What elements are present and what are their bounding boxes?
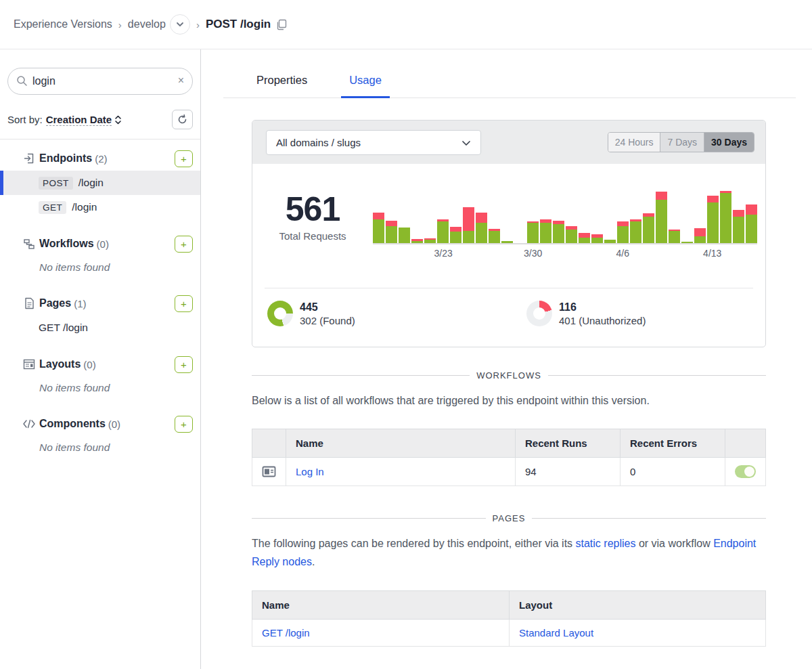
sidebar-item-page-get-login[interactable]: GET /login (0, 316, 200, 340)
components-empty-text: No items found (0, 436, 200, 459)
bar (681, 242, 693, 243)
search-input[interactable] (7, 68, 193, 95)
bar (669, 230, 680, 243)
bar (424, 238, 436, 243)
workflow-board-icon (262, 466, 276, 477)
x-axis-tick-label: 3/23 (434, 248, 453, 259)
tab-usage[interactable]: Usage (348, 74, 383, 98)
endpoint-icon (22, 152, 37, 165)
breadcrumb-version[interactable]: develop (128, 18, 166, 30)
table-row: GET /login Standard Layout (252, 619, 766, 646)
bar (643, 213, 654, 243)
refresh-button[interactable] (172, 110, 193, 129)
bar (501, 241, 513, 243)
tab-bar: Properties Usage (223, 74, 796, 98)
requests-bar-chart: 3/233/304/64/13 (373, 191, 757, 261)
bar (566, 226, 577, 243)
workflows-heading: WORKFLOWS (470, 370, 548, 381)
workflows-section-divider: WORKFLOWS (252, 370, 766, 381)
pages-section-divider: PAGES (252, 513, 766, 523)
domain-filter-dropdown[interactable]: All domains / slugs (266, 130, 481, 155)
domain-filter-value: All domains / slugs (276, 137, 361, 148)
unauthorized-label: 401 (Unauthorized) (559, 315, 646, 326)
bar (604, 240, 616, 243)
add-page-button[interactable]: + (175, 295, 193, 312)
bar (617, 221, 629, 243)
sidebar-item-endpoint-post-login[interactable]: POST /login (0, 171, 200, 195)
bar (656, 192, 667, 243)
range-button-7-days[interactable]: 7 Days (660, 133, 704, 152)
bar (489, 229, 500, 243)
layouts-empty-text: No items found (0, 376, 200, 400)
breadcrumb-current-endpoint: POST /login (206, 18, 271, 31)
pages-desc-text: or via workflow (635, 538, 713, 549)
x-axis-tick-label: 4/6 (616, 248, 629, 259)
found-donut (267, 301, 293, 326)
clear-search-icon[interactable]: × (178, 74, 184, 87)
pages-col-layout: Layout (510, 590, 766, 619)
workflows-table: Name Recent Runs Recent Errors Log In (252, 429, 766, 486)
bar-chart (373, 191, 757, 244)
layout-link[interactable]: Standard Layout (519, 627, 593, 639)
range-button-24-hours[interactable]: 24 Hours (608, 133, 661, 152)
total-requests-label: Total Requests (252, 230, 373, 242)
copy-icon[interactable] (276, 19, 287, 30)
pages-label: Pages (39, 297, 71, 309)
sidebar-section-pages: Pages (1) + (0, 291, 200, 316)
sidebar: × Sort by: Creation Date (0, 49, 201, 669)
breadcrumb-separator: › (196, 19, 200, 30)
bar (399, 228, 410, 243)
table-row: Log In 94 0 (252, 458, 766, 486)
chevron-down-icon (461, 137, 471, 148)
breadcrumb-experience-versions[interactable]: Experience Versions (14, 18, 112, 30)
workflows-col-icon (252, 429, 286, 458)
workflow-recent-runs: 94 (516, 458, 621, 486)
layout-icon (22, 359, 37, 370)
bar (591, 234, 603, 243)
add-endpoint-button[interactable]: + (175, 150, 193, 167)
breadcrumb-separator: › (118, 19, 122, 30)
bar (373, 213, 384, 243)
main-content: Properties Usage All domains / slugs 24 … (202, 49, 812, 669)
add-component-button[interactable]: + (175, 416, 193, 433)
sidebar-section-components: Components (0) + (0, 412, 200, 436)
static-replies-link[interactable]: static replies (576, 538, 636, 549)
pages-count: (1) (74, 298, 86, 309)
range-button-30-days[interactable]: 30 Days (704, 133, 754, 152)
workflows-description: Below is a list of all workflows that ar… (252, 391, 766, 410)
workflows-count: (0) (97, 238, 109, 250)
search-icon (16, 75, 28, 89)
version-dropdown-button[interactable] (170, 14, 190, 35)
pages-description: The following pages can be rendered by t… (252, 534, 766, 571)
layouts-count: (0) (83, 359, 95, 370)
sidebar-item-endpoint-get-login[interactable]: GET /login (0, 195, 200, 219)
x-axis-ticks: 3/233/304/64/13 (373, 244, 757, 261)
sort-direction-icon[interactable] (114, 114, 122, 125)
sort-field-dropdown[interactable]: Creation Date (46, 114, 112, 126)
workflows-col-runs: Recent Runs (516, 429, 621, 458)
unauthorized-count: 116 (559, 301, 646, 314)
add-layout-button[interactable]: + (175, 356, 193, 373)
pages-table: Name Layout GET /login Standard Layout (252, 590, 766, 647)
found-label: 302 (Found) (300, 315, 355, 326)
endpoint-path: /login (78, 177, 104, 189)
page-link[interactable]: GET /login (262, 627, 310, 639)
method-badge: GET (39, 201, 66, 214)
tab-properties[interactable]: Properties (255, 74, 309, 98)
page-name: GET /login (39, 322, 88, 334)
code-icon (22, 419, 37, 429)
bar (720, 191, 731, 243)
sidebar-section-workflows: Workflows (0) + (0, 232, 200, 256)
sidebar-section-layouts: Layouts (0) + (0, 352, 200, 376)
usage-chart-card: All domains / slugs 24 Hours 7 Days 30 D… (252, 120, 766, 347)
add-workflow-button[interactable]: + (175, 236, 193, 253)
bar (579, 233, 590, 243)
endpoint-path: /login (72, 201, 97, 213)
workflows-col-toggle (725, 429, 766, 458)
bar (437, 219, 449, 243)
workflow-icon (22, 238, 37, 250)
workflow-link[interactable]: Log In (296, 466, 324, 477)
workflow-enabled-toggle[interactable] (735, 465, 756, 478)
workflow-recent-errors: 0 (621, 458, 725, 486)
components-count: (0) (108, 418, 120, 430)
